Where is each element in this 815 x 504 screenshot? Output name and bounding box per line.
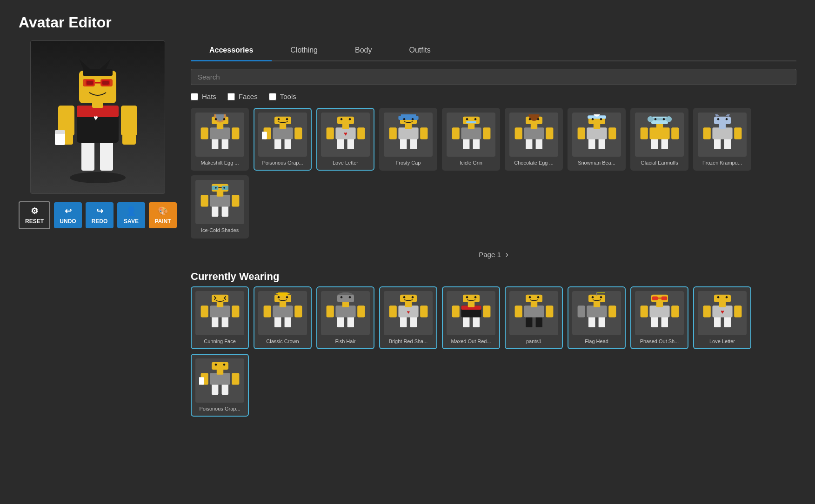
svg-rect-155 xyxy=(357,305,365,317)
item-card[interactable]: Icicle Grin xyxy=(442,108,500,171)
reset-button[interactable]: ⚙ RESET xyxy=(19,201,50,229)
wearing-item-card[interactable]: Poisonous Grap... xyxy=(191,354,249,417)
svg-point-42 xyxy=(277,118,280,120)
item-name: Chocolate Egg ... xyxy=(514,159,553,166)
wearing-item-card[interactable]: pants1 xyxy=(505,286,563,349)
svg-point-218 xyxy=(717,296,719,298)
svg-point-109 xyxy=(654,118,656,120)
svg-point-97 xyxy=(591,118,594,120)
tab-clothing[interactable]: Clothing xyxy=(272,40,336,61)
svg-point-179 xyxy=(474,296,476,298)
svg-rect-88 xyxy=(587,127,607,139)
svg-rect-7 xyxy=(121,106,137,136)
item-card[interactable]: Frosty Cap xyxy=(379,108,437,171)
tab-outfits[interactable]: Outfits xyxy=(390,40,449,61)
svg-rect-222 xyxy=(210,373,230,385)
next-page-button[interactable]: › xyxy=(506,250,508,259)
filter-faces[interactable]: Faces xyxy=(227,93,258,100)
paint-button[interactable]: 🎨 PAINT xyxy=(149,202,177,228)
svg-rect-69 xyxy=(452,127,459,139)
redo-label: REDO xyxy=(92,218,108,225)
faces-label: Faces xyxy=(239,93,258,100)
wearing-item-name: Poisonous Grap... xyxy=(199,405,240,412)
svg-point-158 xyxy=(340,296,342,298)
svg-rect-125 xyxy=(200,195,208,206)
svg-rect-89 xyxy=(577,127,585,139)
redo-button[interactable]: ↪ REDO xyxy=(86,202,114,228)
svg-point-110 xyxy=(662,118,665,120)
wearing-item-name: Fish Hair xyxy=(335,338,356,345)
svg-rect-27 xyxy=(200,127,208,139)
item-card[interactable]: Chocolate Egg ... xyxy=(505,108,563,171)
svg-point-121 xyxy=(725,118,728,120)
faces-checkbox[interactable] xyxy=(227,93,235,100)
svg-rect-177 xyxy=(463,295,480,302)
wearing-item-card[interactable]: Fish Hair xyxy=(316,286,374,349)
svg-point-65 xyxy=(411,118,414,120)
svg-point-188 xyxy=(537,296,539,298)
item-card[interactable]: Poisonous Grap... xyxy=(254,108,312,171)
save-button[interactable]: 👤 SAVE xyxy=(117,202,145,228)
filter-row: Hats Faces Tools xyxy=(191,93,796,100)
item-card[interactable]: Glacial Earmuffs xyxy=(630,108,688,171)
svg-point-132 xyxy=(215,187,217,189)
svg-rect-226 xyxy=(212,362,228,370)
item-card[interactable]: Frozen Krampu... xyxy=(693,108,751,171)
action-buttons: ⚙ RESET ↩ UNDO ↪ REDO 👤 SAVE xyxy=(19,201,177,229)
svg-rect-217 xyxy=(714,295,731,302)
item-image xyxy=(258,113,307,157)
paint-icon: 🎨 xyxy=(158,206,168,216)
wearing-item-image xyxy=(258,291,307,335)
svg-rect-124 xyxy=(210,195,230,206)
wearing-item-card[interactable]: Flag Head xyxy=(568,286,626,349)
svg-rect-136 xyxy=(210,305,230,317)
item-card[interactable]: ♥ Love Letter xyxy=(316,108,374,171)
svg-rect-214 xyxy=(703,305,710,317)
svg-rect-102 xyxy=(640,127,648,139)
search-input[interactable] xyxy=(191,69,796,85)
svg-rect-167 xyxy=(400,295,417,302)
undo-button[interactable]: ↩ UNDO xyxy=(54,202,82,228)
wearing-item-card[interactable]: Cunning Face xyxy=(191,286,249,349)
svg-rect-105 xyxy=(651,116,668,124)
reset-label: RESET xyxy=(25,218,44,225)
wearing-item-image xyxy=(321,291,370,335)
wearing-item-name: Flag Head xyxy=(585,338,608,345)
svg-rect-165 xyxy=(420,305,428,317)
svg-marker-118 xyxy=(713,114,719,117)
svg-point-159 xyxy=(348,296,351,298)
wearing-item-card[interactable]: Phased Out Sh... xyxy=(630,286,688,349)
filter-tools[interactable]: Tools xyxy=(269,93,296,100)
item-image xyxy=(195,180,244,224)
svg-point-228 xyxy=(223,364,225,366)
item-name: Frozen Krampu... xyxy=(702,159,742,166)
svg-rect-90 xyxy=(608,127,616,139)
svg-rect-79 xyxy=(514,127,522,139)
svg-rect-11 xyxy=(55,130,65,134)
svg-point-84 xyxy=(528,118,531,120)
svg-text:♥: ♥ xyxy=(721,309,724,315)
wearing-item-card[interactable]: ♥ Bright Red Sha... xyxy=(379,286,437,349)
page-title: Avatar Editor xyxy=(19,14,796,31)
svg-rect-78 xyxy=(524,127,544,139)
item-card[interactable]: Ice-Cold Shades xyxy=(191,175,249,238)
tab-accessories[interactable]: Accessories xyxy=(191,40,272,61)
wearing-item-card[interactable]: Classic Crown xyxy=(254,286,312,349)
svg-rect-145 xyxy=(294,305,302,317)
wearing-item-card[interactable]: ♥ Love Letter xyxy=(693,286,751,349)
tools-label: Tools xyxy=(280,93,296,100)
svg-rect-37 xyxy=(273,127,293,139)
currently-wearing-section: Currently Wearing Cunning Face xyxy=(191,271,796,417)
hats-checkbox[interactable] xyxy=(191,93,198,100)
reset-icon: ⚙ xyxy=(31,206,38,216)
item-name: Frosty Cap xyxy=(396,159,421,166)
tools-checkbox[interactable] xyxy=(269,93,276,100)
svg-rect-114 xyxy=(703,127,710,139)
tab-body[interactable]: Body xyxy=(336,40,390,61)
filter-hats[interactable]: Hats xyxy=(191,93,216,100)
wearing-item-card[interactable]: Maxed Out Red... xyxy=(442,286,500,349)
item-card[interactable]: Makeshift Egg ... xyxy=(191,108,249,171)
item-name: Ice-Cold Shades xyxy=(201,227,239,233)
item-card[interactable]: Snowman Bea... xyxy=(568,108,626,171)
svg-rect-16 xyxy=(83,69,113,76)
